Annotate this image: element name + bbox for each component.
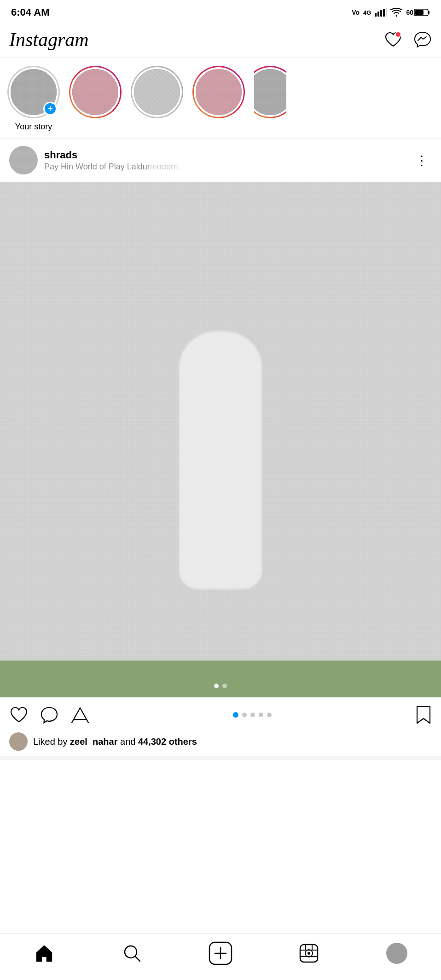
post-likes: Liked by zeel_nahar and 44,302 others [0,732,441,756]
status-time: 6:04 AM [11,6,50,18]
home-icon [35,944,54,963]
messenger-icon [413,31,432,48]
likes-count-text: and [117,736,138,747]
story-item-2[interactable] [131,66,183,122]
story-3-noise [196,69,242,115]
svg-point-12 [308,952,310,955]
bookmark-button[interactable] [415,705,432,725]
nav-reels[interactable] [290,944,327,963]
like-button[interactable] [9,706,29,724]
story-item-4[interactable] [254,66,286,118]
likes-count: 44,302 others [138,736,197,747]
story-item-1[interactable] [69,66,122,122]
page-dot-1 [233,712,238,718]
nav-profile[interactable] [378,943,415,964]
story-1-ring [69,66,122,118]
post-subtitle-more: modern [150,162,178,171]
image-dot-2 [222,684,227,688]
story-2-avatar [132,67,182,117]
likes-text: Liked by zeel_nahar and 44,302 others [33,736,197,747]
story-4-avatar [254,67,286,117]
vo-icon: Vo [352,9,360,16]
svg-rect-6 [428,11,429,14]
add-icon [209,941,232,965]
story-your-story[interactable]: + Your story [7,66,60,132]
story-1-noise [72,69,118,115]
story-4-ring [254,66,286,118]
comment-button[interactable] [40,706,59,724]
app-header: Instagram [0,24,441,58]
post-image-noise [0,182,441,697]
story-2-ring [131,66,183,118]
stories-section: + Your story [0,58,441,139]
search-icon [122,944,142,963]
add-story-button[interactable]: + [43,102,57,116]
svg-rect-2 [380,10,382,17]
page-dot-2 [242,713,247,717]
post-image-dots [214,684,227,688]
post-username[interactable]: shrads [44,149,405,161]
story-3-ring [192,66,245,118]
post-subtitle: Pay Hin World of Play Laldurmodern [44,162,405,172]
post-container: shrads Pay Hin World of Play Laldurmoder… [0,139,441,760]
svg-rect-4 [386,8,387,17]
post-user-avatar[interactable] [9,146,38,174]
svg-rect-3 [383,9,385,17]
post-avatar-noise [9,146,38,174]
instagram-logo: Instagram [9,29,89,51]
reels-icon [299,944,319,963]
svg-point-8 [125,946,137,958]
nav-search[interactable] [114,944,151,963]
story-3-avatar [194,67,244,117]
messenger-button[interactable] [413,30,432,49]
pagination-dots [233,712,272,718]
story-2-avatar-wrapper [131,66,183,118]
status-icons: Vo 4G 60 [352,8,430,17]
page-dot-5 [267,713,272,717]
profile-avatar[interactable] [386,943,407,964]
story-4-avatar-wrapper [254,66,286,118]
liked-by-label: Liked by [33,736,70,747]
post-header: shrads Pay Hin World of Play Laldurmoder… [0,139,441,182]
bottom-nav [0,934,441,980]
likes-username[interactable]: zeel_nahar [70,736,117,747]
post-figure [179,331,262,589]
post-menu-button[interactable]: ⋮ [412,151,432,170]
wifi-icon [390,8,402,17]
page-dot-4 [259,713,263,717]
svg-rect-1 [377,12,379,17]
nav-add[interactable] [202,941,239,965]
post-subtitle-text: Pay Hin World of Play Laldur [44,162,150,171]
notifications-button[interactable] [384,30,402,49]
lte-icon: 4G [363,9,371,16]
story-item-3[interactable] [192,66,245,122]
svg-rect-0 [375,13,377,17]
story-2-noise [134,69,180,115]
status-bar: 6:04 AM Vo 4G 60 [0,0,441,24]
story-1-avatar-wrapper [69,66,122,118]
your-story-avatar-wrapper: + [7,66,60,118]
your-story-label: Your story [15,122,52,132]
post-actions [0,697,441,732]
header-icons [384,30,432,49]
nav-home[interactable] [26,944,63,963]
post-grass-strip [0,661,441,697]
post-image[interactable] [0,182,441,697]
story-1-avatar [70,67,120,117]
likes-avatar[interactable] [9,732,28,751]
story-4-noise [254,69,286,115]
battery-icon: 60 [406,8,430,17]
share-button[interactable] [70,706,89,724]
likes-avatar-noise [9,732,28,751]
svg-rect-7 [415,10,424,15]
notification-dot [395,31,401,38]
page-dot-3 [250,713,255,717]
image-dot-1 [214,684,219,688]
story-3-avatar-wrapper [192,66,245,118]
signal-icon [375,8,387,17]
post-user-info: shrads Pay Hin World of Play Laldurmoder… [44,149,405,172]
profile-avatar-noise [386,943,407,964]
